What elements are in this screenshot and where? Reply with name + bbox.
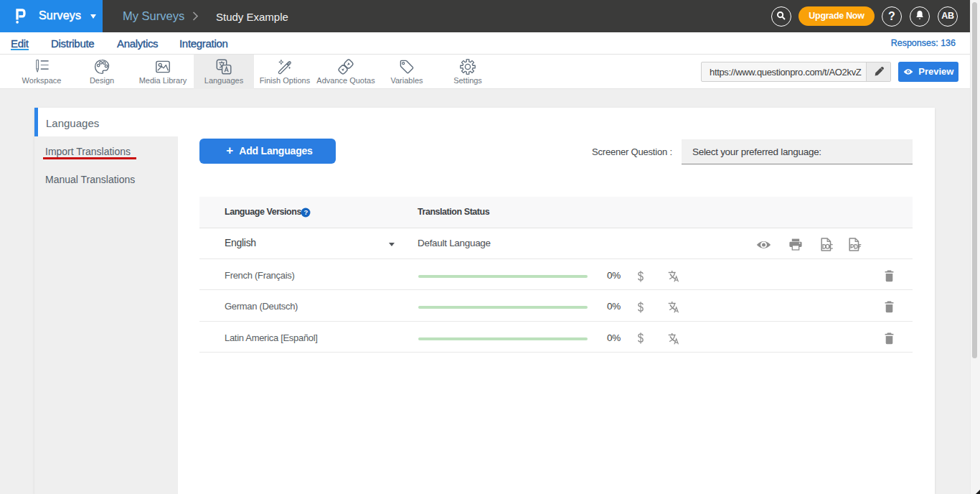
svg-text:?: ? [304,208,308,216]
